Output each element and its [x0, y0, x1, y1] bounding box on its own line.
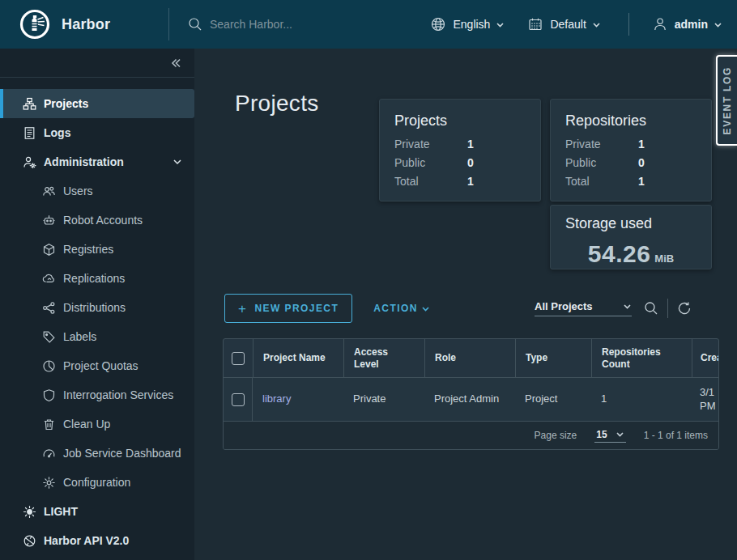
sidebar-item-job-service-dashboard[interactable]: Job Service Dashboard: [0, 439, 194, 468]
gear-icon: [42, 476, 56, 490]
global-search: [169, 16, 407, 32]
tag-icon: [42, 330, 56, 344]
stat-label: Private: [394, 138, 467, 151]
action-dropdown-button[interactable]: ACTION: [373, 303, 430, 314]
stat-label: Private: [565, 138, 638, 151]
sidebar-collapse-button[interactable]: [168, 56, 183, 70]
brand-home-link[interactable]: Harbor: [0, 9, 168, 40]
new-project-button[interactable]: + NEW PROJECT: [224, 294, 352, 323]
sidebar-item-light-theme[interactable]: LIGHT: [0, 497, 194, 526]
table-header-row: Project Name Access Level Role Type Repo…: [224, 339, 718, 378]
column-header-project-name[interactable]: Project Name: [253, 339, 343, 377]
stat-label: Public: [565, 156, 638, 169]
stat-row: Public 0: [394, 156, 526, 169]
harbor-logo-icon: [19, 9, 50, 40]
sidebar-item-label: Administration: [44, 155, 124, 168]
sidebar-item-projects[interactable]: Projects: [0, 89, 194, 118]
column-header-creation-time[interactable]: Creation Time: [692, 339, 718, 377]
project-filter-select[interactable]: All Projects: [535, 300, 632, 316]
select-all-checkbox[interactable]: [232, 352, 245, 365]
default-dropdown[interactable]: Default: [527, 16, 600, 32]
sidebar-collapse-row: [0, 49, 194, 78]
stat-row: Total 1: [565, 175, 697, 188]
replication-cloud-icon: [42, 272, 56, 286]
double-chevron-left-icon: [168, 56, 183, 70]
new-project-label: NEW PROJECT: [254, 303, 339, 314]
sidebar-item-label: Replications: [63, 272, 125, 285]
stat-value: 1: [638, 175, 645, 188]
sidebar-item-project-quotas[interactable]: Project Quotas: [0, 351, 194, 380]
sidebar-item-label: Configuration: [63, 476, 130, 489]
sidebar-item-registries[interactable]: Registries: [0, 235, 194, 264]
page-size-label: Page size: [535, 430, 577, 441]
column-header-access-level[interactable]: Access Level: [343, 339, 424, 377]
sidebar-item-robot-accounts[interactable]: Robot Accounts: [0, 206, 194, 235]
share-icon: [42, 301, 56, 315]
sidebar-item-interrogation-services[interactable]: Interrogation Services: [0, 380, 194, 409]
page-size-select[interactable]: 15: [594, 429, 625, 443]
type-cell: Project: [515, 392, 591, 406]
sidebar-item-label: Job Service Dashboard: [63, 447, 181, 460]
user-name: admin: [675, 18, 708, 31]
storage-unit: MiB: [654, 252, 674, 265]
column-header-type[interactable]: Type: [515, 339, 591, 377]
table-footer: Page size 15 1 - 1 of 1 items: [224, 422, 718, 449]
access-level-cell: Private: [343, 392, 424, 406]
storage-value: 54.26: [588, 240, 651, 267]
logs-icon: [23, 126, 36, 140]
plus-icon: +: [238, 302, 247, 316]
sidebar-item-distributions[interactable]: Distributions: [0, 293, 194, 322]
card-title: Storage used: [565, 215, 697, 232]
repositories-count-cell: 1: [591, 392, 692, 406]
stat-row: Private 1: [565, 138, 697, 151]
users-icon: [42, 185, 56, 198]
sidebar-item-label: LIGHT: [44, 505, 78, 518]
project-link[interactable]: library: [262, 392, 291, 405]
stat-value: 0: [638, 156, 645, 169]
sidebar-item-label: Harbor API V2.0: [44, 534, 129, 547]
chevron-down-icon: [623, 302, 632, 311]
language-dropdown[interactable]: English: [430, 16, 505, 32]
stat-value: 1: [467, 138, 474, 151]
event-log-tab[interactable]: EVENT LOG: [716, 55, 737, 146]
sidebar-item-users[interactable]: Users: [0, 176, 194, 206]
header-actions: English Default admin: [407, 13, 737, 36]
stat-row: Private 1: [394, 138, 526, 151]
sidebar-item-label: Labels: [63, 330, 96, 343]
language-label: English: [453, 18, 490, 31]
chevron-down-icon: [714, 20, 722, 29]
column-header-repositories-count[interactable]: Repositories Count: [591, 339, 692, 377]
page-title: Projects: [235, 91, 319, 117]
sidebar-item-harbor-api[interactable]: Harbor API V2.0: [0, 526, 194, 555]
table-search-icon[interactable]: [643, 300, 659, 316]
api-globe-icon: [23, 534, 36, 548]
sidebar-item-configuration[interactable]: Configuration: [0, 468, 194, 497]
stat-value: 0: [467, 156, 474, 169]
search-input[interactable]: [210, 18, 388, 31]
user-dropdown[interactable]: admin: [652, 16, 722, 32]
table-row: library Private Project Admin Project 1 …: [224, 378, 718, 422]
stat-label: Public: [394, 156, 467, 169]
creation-time-cell: 3/1 PM: [692, 386, 718, 414]
stat-value: 1: [638, 138, 645, 151]
projects-toolbar: + NEW PROJECT ACTION All Projects: [224, 293, 692, 324]
sidebar-item-logs[interactable]: Logs: [0, 118, 194, 147]
sidebar-item-replications[interactable]: Replications: [0, 264, 194, 293]
main-content: Projects Projects Private 1 Public 0 Tot…: [194, 49, 737, 560]
stat-row: Public 0: [565, 156, 697, 169]
projects-icon: [23, 97, 36, 111]
row-checkbox[interactable]: [232, 393, 245, 406]
sidebar-item-administration[interactable]: Administration: [0, 147, 194, 176]
refresh-icon[interactable]: [676, 300, 692, 316]
header-user-divider: [628, 13, 629, 36]
sidebar-item-labels[interactable]: Labels: [0, 322, 194, 351]
column-header-role[interactable]: Role: [424, 339, 515, 377]
top-header: Harbor English: [0, 0, 737, 49]
creation-time-line2: PM: [700, 400, 718, 414]
chevron-down-icon: [496, 20, 505, 29]
sidebar-item-label: Logs: [44, 126, 70, 139]
user-icon: [652, 16, 668, 32]
stat-row: Total 1: [394, 175, 526, 188]
summary-cards: Projects Private 1 Public 0 Total 1: [379, 99, 712, 269]
sidebar-item-clean-up[interactable]: Clean Up: [0, 409, 194, 439]
